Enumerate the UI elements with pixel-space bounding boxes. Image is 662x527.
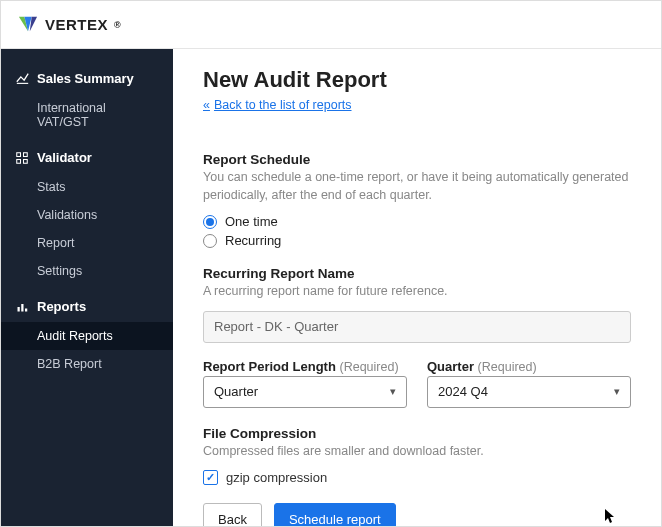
- report-name-help: A recurring report name for future refer…: [203, 283, 631, 301]
- period-label: Report Period Length (Required): [203, 359, 407, 374]
- svg-rect-7: [25, 308, 27, 311]
- svg-rect-1: [17, 152, 21, 156]
- bar-chart-icon: [15, 301, 29, 313]
- backlink-text: Back to the list of reports: [214, 98, 352, 112]
- brand-logo: VERTEX®: [17, 15, 121, 35]
- required-text: (Required): [340, 360, 399, 374]
- chevron-down-icon: ▾: [614, 385, 620, 398]
- quarter-select[interactable]: 2024 Q4 ▾: [427, 376, 631, 408]
- schedule-report-button[interactable]: Schedule report: [274, 503, 396, 526]
- back-to-list-link[interactable]: « Back to the list of reports: [203, 98, 352, 112]
- nav-group-label: Reports: [37, 299, 86, 314]
- nav-item-report[interactable]: Report: [1, 229, 173, 257]
- radio-recurring[interactable]: Recurring: [203, 233, 631, 248]
- radio-icon: [203, 215, 217, 229]
- period-value: Quarter: [214, 384, 258, 399]
- checkbox-label: gzip compression: [226, 470, 327, 485]
- svg-rect-2: [24, 152, 28, 156]
- nav-group-sales-summary[interactable]: Sales Summary: [1, 63, 173, 94]
- svg-rect-5: [18, 307, 20, 312]
- gzip-checkbox-row[interactable]: ✓ gzip compression: [203, 470, 631, 485]
- nav-group-label: Sales Summary: [37, 71, 134, 86]
- nav-group-reports[interactable]: Reports: [1, 291, 173, 322]
- schedule-title: Report Schedule: [203, 152, 631, 167]
- report-name-input[interactable]: [203, 311, 631, 343]
- registered-mark: ®: [114, 20, 121, 30]
- radio-label: One time: [225, 214, 278, 229]
- page-title: New Audit Report: [203, 67, 631, 93]
- rewind-icon: «: [203, 98, 210, 112]
- sidebar: Sales Summary International VAT/GST Vali…: [1, 49, 173, 526]
- quarter-value: 2024 Q4: [438, 384, 488, 399]
- nav-item-stats[interactable]: Stats: [1, 173, 173, 201]
- radio-icon: [203, 234, 217, 248]
- nav-item-validations[interactable]: Validations: [1, 201, 173, 229]
- nav-group-validator[interactable]: Validator: [1, 142, 173, 173]
- compression-title: File Compression: [203, 426, 631, 441]
- topbar: VERTEX®: [1, 1, 661, 49]
- nav-item-settings[interactable]: Settings: [1, 257, 173, 285]
- chevron-down-icon: ▾: [390, 385, 396, 398]
- svg-rect-3: [17, 159, 21, 163]
- vertex-logo-icon: [17, 15, 39, 35]
- nav-group-label: Validator: [37, 150, 92, 165]
- radio-label: Recurring: [225, 233, 281, 248]
- nav-item-audit-reports[interactable]: Audit Reports: [1, 322, 173, 350]
- back-button[interactable]: Back: [203, 503, 262, 526]
- svg-rect-4: [24, 159, 28, 163]
- nav-item-b2b-report[interactable]: B2B Report: [1, 350, 173, 378]
- schedule-help: You can schedule a one-time report, or h…: [203, 169, 631, 204]
- period-label-text: Report Period Length: [203, 359, 336, 374]
- report-name-title: Recurring Report Name: [203, 266, 631, 281]
- period-select[interactable]: Quarter ▾: [203, 376, 407, 408]
- brand-name: VERTEX: [45, 16, 108, 33]
- quarter-label: Quarter (Required): [427, 359, 631, 374]
- quarter-label-text: Quarter: [427, 359, 474, 374]
- svg-rect-6: [21, 304, 23, 312]
- required-text: (Required): [478, 360, 537, 374]
- radio-one-time[interactable]: One time: [203, 214, 631, 229]
- chart-line-icon: [15, 72, 29, 85]
- main-content: New Audit Report « Back to the list of r…: [173, 49, 661, 526]
- nav-item-international-vat[interactable]: International VAT/GST: [1, 94, 173, 136]
- checkbox-checked-icon: ✓: [203, 470, 218, 485]
- grid-icon: [15, 152, 29, 164]
- compression-help: Compressed files are smaller and downloa…: [203, 443, 631, 461]
